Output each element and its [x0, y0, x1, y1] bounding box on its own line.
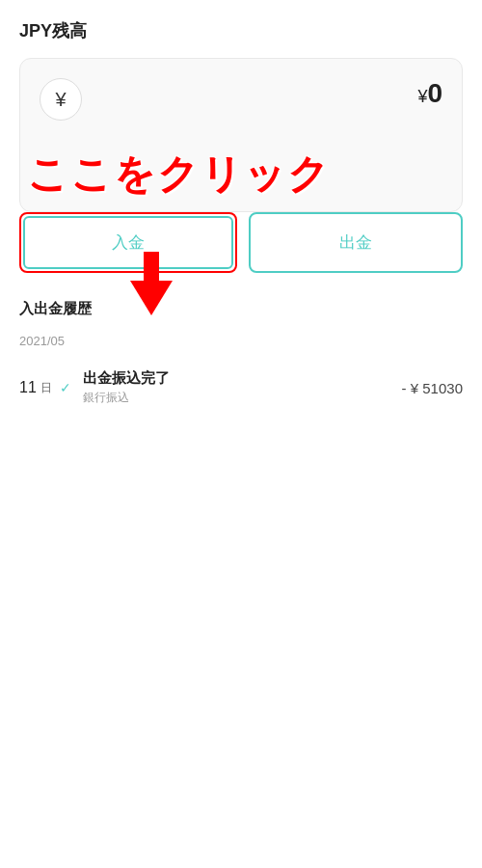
arrow-head — [130, 281, 173, 315]
history-date: 11 日 ✓ — [19, 379, 71, 396]
history-amount: - ¥ 51030 — [402, 380, 463, 396]
balance-currency: ¥ — [417, 87, 427, 106]
check-icon: ✓ — [60, 380, 71, 395]
balance-value: 0 — [427, 78, 442, 108]
page-container: JPY残高 ¥ ¥0 ここをクリック 入金 出金 — [0, 0, 482, 868]
action-buttons-area: 入金 出金 — [19, 212, 463, 273]
history-section: 入出金履歴 2021/05 11 日 ✓ 出金振込完了 銀行振込 - ¥ 510… — [19, 300, 463, 416]
history-month-label: 2021/05 — [19, 334, 463, 348]
arrow-stem — [144, 252, 159, 281]
history-info: 出金振込完了 銀行振込 — [83, 369, 402, 406]
annotation-text: ここをクリック — [27, 154, 331, 195]
buttons-row: 入金 出金 — [19, 212, 463, 273]
deposit-button[interactable]: 入金 — [23, 216, 233, 269]
arrow-indicator — [130, 256, 173, 315]
history-method: 銀行振込 — [83, 390, 402, 406]
yen-icon: ¥ — [40, 78, 82, 121]
withdraw-button[interactable]: 出金 — [249, 212, 463, 273]
deposit-btn-wrapper: 入金 — [19, 212, 237, 273]
history-item: 11 日 ✓ 出金振込完了 銀行振込 - ¥ 51030 — [19, 360, 463, 416]
page-title: JPY残高 — [19, 19, 463, 42]
history-section-title: 入出金履歴 — [19, 300, 463, 318]
card-and-buttons-area: ¥ ¥0 ここをクリック 入金 出金 — [19, 58, 463, 273]
history-day-unit: 日 — [40, 380, 52, 396]
history-day-number: 11 — [19, 379, 37, 396]
history-type: 出金振込完了 — [83, 369, 402, 388]
balance-amount: ¥0 — [417, 78, 442, 109]
